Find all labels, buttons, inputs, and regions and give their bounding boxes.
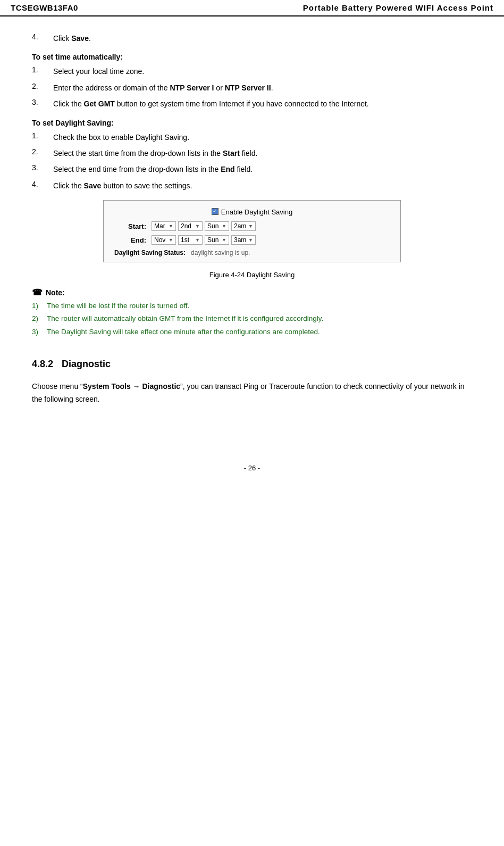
daylight-title: To set Daylight Saving: <box>32 119 472 127</box>
daylight-step-1-num: 1. <box>32 131 53 140</box>
auto-time-title: To set time automatically: <box>32 53 472 61</box>
figure-checkbox-row: Enable Daylight Saving <box>114 208 390 216</box>
daylight-step-3-text: Select the end time from the drop-down l… <box>53 163 253 175</box>
dropdown-arrow-8: ▼ <box>248 237 253 243</box>
note-item-2-num: 2) <box>32 313 47 324</box>
daylight-step-4: 4. Click the Save button to save the set… <box>32 180 472 192</box>
note-item-2: 2) The router will automatically obtain … <box>32 313 472 324</box>
figure-checkbox-label: Enable Daylight Saving <box>221 208 292 216</box>
daylight-step-1: 1. Check the box to enable Daylight Savi… <box>32 131 472 143</box>
figure-end-label: End: <box>114 236 146 244</box>
figure-start-val-4: 2am <box>234 222 246 230</box>
auto-step-2-text: Enter the address or domain of the NTP S… <box>53 82 273 94</box>
figure-caption: Figure 4-24 Daylight Saving <box>32 271 472 279</box>
daylight-step-3: 3. Select the end time from the drop-dow… <box>32 163 472 175</box>
enable-daylight-checkbox[interactable] <box>212 208 219 215</box>
daylight-step-2-text: Select the start time from the drop-down… <box>53 147 257 159</box>
dropdown-arrow-1: ▼ <box>169 223 173 229</box>
auto-step-1-num: 1. <box>32 65 53 74</box>
note-item-3: 3) The Daylight Saving will take effect … <box>32 327 472 337</box>
step-4-text: Click Save. <box>53 32 91 44</box>
dropdown-arrow-4: ▼ <box>248 223 253 229</box>
figure-end-val-1: Nov <box>154 236 165 244</box>
daylight-step-4-num: 4. <box>32 180 53 188</box>
subsection-heading: 4.8.2 Diagnostic <box>32 348 472 375</box>
figure-start-val-3: Sun <box>207 222 219 230</box>
doc-title: Portable Battery Powered WIFI Access Poi… <box>303 3 493 12</box>
doc-id: TCSEGWB13FA0 <box>11 3 78 12</box>
figure-daylight-saving: Enable Daylight Saving Start: Mar ▼ 2nd … <box>103 200 401 262</box>
auto-step-1: 1. Select your local time zone. <box>32 65 472 77</box>
figure-start-val-1: Mar <box>154 222 165 230</box>
page-footer: - 26 - <box>0 464 504 472</box>
figure-end-val-2: 1st <box>181 236 189 244</box>
figure-status-label: Daylight Saving Status: <box>114 249 186 256</box>
auto-step-1-text: Select your local time zone. <box>53 65 144 77</box>
step-4-num: 4. <box>32 32 53 41</box>
figure-end-val-3: Sun <box>207 236 219 244</box>
note-icon: ☎ <box>32 287 43 297</box>
daylight-step-2: 2. Select the start time from the drop-d… <box>32 147 472 159</box>
dropdown-arrow-3: ▼ <box>222 223 226 229</box>
note-section: ☎ Note: 1) The time will be lost if the … <box>32 287 472 337</box>
subsection-paragraph: Choose menu “System Tools → Diagnostic”,… <box>32 380 472 406</box>
note-item-1-num: 1) <box>32 301 47 311</box>
dropdown-arrow-6: ▼ <box>195 237 200 243</box>
auto-step-2-num: 2. <box>32 82 53 90</box>
page-content: 4. Click Save. To set time automatically… <box>0 27 504 432</box>
note-item-3-num: 3) <box>32 327 47 337</box>
auto-step-3-text: Click the Get GMT button to get system t… <box>53 98 369 110</box>
dropdown-arrow-5: ▼ <box>169 237 173 243</box>
figure-end-select-1[interactable]: Nov ▼ <box>152 235 176 245</box>
auto-step-3: 3. Click the Get GMT button to get syste… <box>32 98 472 110</box>
daylight-step-3-num: 3. <box>32 163 53 172</box>
figure-start-select-3[interactable]: Sun ▼ <box>205 221 229 231</box>
figure-start-select-2[interactable]: 2nd ▼ <box>178 221 203 231</box>
figure-status-value: daylight saving is up. <box>191 249 250 256</box>
daylight-step-2-num: 2. <box>32 147 53 156</box>
figure-start-select-4[interactable]: 2am ▼ <box>231 221 256 231</box>
auto-step-2: 2. Enter the address or domain of the NT… <box>32 82 472 94</box>
figure-start-label: Start: <box>114 222 146 230</box>
note-item-3-text: The Daylight Saving will take effect one… <box>47 327 320 337</box>
dropdown-arrow-2: ▼ <box>195 223 200 229</box>
subsection-num: 4.8.2 <box>32 359 53 370</box>
note-title-text: Note: <box>46 288 65 297</box>
step-4-suffix: . <box>89 34 91 43</box>
daylight-step-4-text: Click the Save button to save the settin… <box>53 180 192 192</box>
figure-end-val-4: 3am <box>234 236 246 244</box>
step-4-bold: Save <box>71 34 89 43</box>
figure-end-row: End: Nov ▼ 1st ▼ Sun ▼ 3am ▼ <box>114 235 390 245</box>
figure-start-val-2: 2nd <box>181 222 191 230</box>
note-item-1: 1) The time will be lost if the router i… <box>32 301 472 311</box>
figure-status-row: Daylight Saving Status: daylight saving … <box>114 249 390 256</box>
dropdown-arrow-7: ▼ <box>222 237 226 243</box>
note-item-2-text: The router will automatically obtain GMT… <box>47 313 323 324</box>
daylight-step-1-text: Check the box to enable Daylight Saving. <box>53 131 189 143</box>
page-header: TCSEGWB13FA0 Portable Battery Powered WI… <box>0 0 504 16</box>
figure-start-row: Start: Mar ▼ 2nd ▼ Sun ▼ 2am ▼ <box>114 221 390 231</box>
note-title: ☎ Note: <box>32 287 472 297</box>
page-number: - 26 - <box>244 464 260 472</box>
figure-start-select-1[interactable]: Mar ▼ <box>152 221 176 231</box>
subsection-title: Diagnostic <box>62 359 111 370</box>
figure-end-select-4[interactable]: 3am ▼ <box>231 235 256 245</box>
figure-end-select-3[interactable]: Sun ▼ <box>205 235 229 245</box>
figure-end-select-2[interactable]: 1st ▼ <box>178 235 203 245</box>
note-item-1-text: The time will be lost if the router is t… <box>47 301 189 311</box>
step-4: 4. Click Save. <box>32 32 472 44</box>
auto-step-3-num: 3. <box>32 98 53 106</box>
